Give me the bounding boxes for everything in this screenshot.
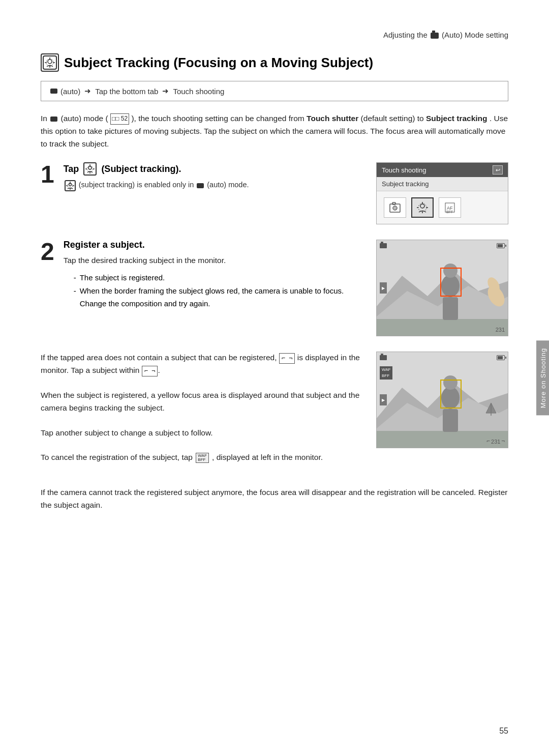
info-para-4-part2: , displayed at left in the monitor. xyxy=(212,453,323,461)
page-header: Adjusting the (Auto) Mode setting xyxy=(41,31,508,39)
nav-box: (auto) ➜ Tap the bottom tab ➜ Touch shoo… xyxy=(41,81,508,101)
page-number: 55 xyxy=(499,726,508,735)
step-1-subtext2: (auto) mode. xyxy=(207,181,249,189)
svg-point-36 xyxy=(441,275,460,297)
info-para-2: When the subject is registered, a yellow… xyxy=(41,389,363,415)
page: Adjusting the (Auto) Mode setting Subjec… xyxy=(0,0,549,756)
subject-tracking-title-icon xyxy=(41,53,59,72)
bullet-2: When the border framing the subject glow… xyxy=(74,284,363,310)
sidebar-tab: More on Shooting xyxy=(536,341,549,416)
svg-point-24 xyxy=(418,203,426,212)
bracket-symbol-1: ⌐ ¬ xyxy=(279,353,295,364)
step-1-icon2 xyxy=(65,180,76,191)
vf-frame-counter: 231 xyxy=(496,327,505,333)
step-1-icon xyxy=(83,162,97,176)
step-2-instruction: Tap the desired tracking subject in the … xyxy=(64,254,363,267)
camera-icon-intro xyxy=(50,117,57,122)
camera-icon-header xyxy=(431,33,439,39)
page-title: Subject Tracking (Focusing on a Moving S… xyxy=(64,55,373,71)
page-footer: 55 xyxy=(499,726,508,736)
viewfinder-1: 231 xyxy=(376,240,508,336)
ts-icon-touch-shutter[interactable] xyxy=(384,197,406,218)
info-text-left: If the tapped area does not contain a su… xyxy=(41,352,363,476)
nav-text3: Touch shooting xyxy=(173,87,224,96)
svg-rect-20 xyxy=(392,202,395,205)
info-para-5: If the camera cannot track the registere… xyxy=(41,486,508,512)
svg-text:BFF: BFF xyxy=(446,210,453,214)
ts-back-icon: ↩ xyxy=(496,167,500,173)
vf2-frame-bracket: ⌐ xyxy=(486,438,490,445)
intro-page-ref: □□ 52 xyxy=(110,113,129,124)
camera-icon-nav xyxy=(50,89,57,94)
svg-point-8 xyxy=(87,166,93,172)
nav-text2: Tap the bottom tab xyxy=(95,87,158,96)
ts-header-label: Touch shooting xyxy=(382,166,426,174)
vf-play-button[interactable] xyxy=(380,282,387,294)
ts-icon-af-area[interactable]: AF BFF xyxy=(439,197,461,218)
vf-battery-fill xyxy=(498,244,503,247)
step-2-heading: Register a subject. xyxy=(64,240,363,250)
vf-battery xyxy=(497,243,505,248)
step-1-heading-prefix: Tap xyxy=(64,164,79,175)
svg-point-21 xyxy=(393,206,397,210)
ts-icon-subject-tracking[interactable] xyxy=(411,197,434,218)
vf-top-left-icons xyxy=(380,243,387,248)
waf-label: WAF BFF xyxy=(380,366,392,379)
info-para-4: To cancel the registration of the subjec… xyxy=(41,451,363,464)
step-1-block: 1 Tap xyxy=(41,162,508,224)
ts-header: Touch shooting ↩ xyxy=(377,163,508,177)
svg-point-46 xyxy=(441,387,460,409)
header-text-prefix: Adjusting the xyxy=(383,31,428,39)
vf-camera-icon xyxy=(380,243,387,248)
vf2-battery xyxy=(497,355,505,360)
nav-text1: (auto) xyxy=(60,87,80,96)
vf2-frame-counter: ⌐ 231 ¬ xyxy=(486,438,505,445)
step-1-subtext: (subject tracking) is enabled only in (a… xyxy=(64,180,363,191)
svg-point-1 xyxy=(48,60,52,64)
vf2-top-right-icons xyxy=(497,355,505,360)
svg-rect-48 xyxy=(443,409,458,432)
viewfinder-2: WAF BFF ⌐ 231 ¬ xyxy=(376,352,508,448)
step-1-heading-suffix: (Subject tracking). xyxy=(101,164,181,175)
svg-rect-35 xyxy=(377,319,508,336)
info-para-1: If the tapped area does not contain a su… xyxy=(41,352,363,377)
waf-icon-inline: WAF BFF xyxy=(196,453,208,463)
svg-point-7 xyxy=(88,166,92,169)
vf2-frame-number: 231 xyxy=(491,439,500,445)
intro-bold1: Touch shutter xyxy=(307,114,358,123)
bracket-symbol-2: ⌐ ¬ xyxy=(142,366,158,376)
info-para-4-part1: To cancel the registration of the subjec… xyxy=(41,453,193,461)
ts-back-button[interactable]: ↩ xyxy=(493,165,503,175)
intro-part4: (default setting) to xyxy=(361,114,426,123)
svg-point-22 xyxy=(394,207,396,209)
vf2-play-button[interactable] xyxy=(380,394,387,405)
svg-point-37 xyxy=(443,264,458,278)
intro-part2: (auto) mode ( xyxy=(61,114,108,123)
step-1-subtext-main: (subject tracking) is enabled only in xyxy=(79,181,194,189)
step-1-heading: Tap xyxy=(64,162,363,176)
nav-arrow1: ➜ xyxy=(84,86,91,96)
step-2-content: Register a subject. Tap the desired trac… xyxy=(64,240,508,336)
camera-icon-step1 xyxy=(197,183,204,188)
nav-arrow2: ➜ xyxy=(162,86,169,96)
bullet-1: The subject is registered. xyxy=(74,271,363,284)
intro-paragraph: In (auto) mode ( □□ 52 ), the touch shoo… xyxy=(41,112,508,150)
ts-icons-row: AF BFF xyxy=(377,191,508,224)
intro-bold2: Subject tracking xyxy=(426,114,487,123)
vf2-camera-icon xyxy=(380,355,387,360)
info-para-3: Tap another subject to change a subject … xyxy=(41,427,363,440)
step-1-number: 1 xyxy=(41,162,54,187)
svg-rect-19 xyxy=(390,204,400,212)
svg-rect-38 xyxy=(443,297,458,320)
step-2-number: 2 xyxy=(41,240,54,264)
svg-point-23 xyxy=(420,204,424,208)
info-section: If the tapped area does not contain a su… xyxy=(41,352,508,476)
svg-point-47 xyxy=(443,375,458,390)
vf2-top-left-icons xyxy=(380,355,387,360)
header-text-suffix: (Auto) Mode setting xyxy=(442,31,508,39)
step-2-block: 2 Register a subject. Tap the desired tr… xyxy=(41,240,508,336)
intro-part3: ), the touch shooting setting can be cha… xyxy=(131,114,304,123)
vf2-frame-bracket-close: ¬ xyxy=(501,438,505,445)
step-2-bullets: The subject is registered. When the bord… xyxy=(74,271,363,310)
intro-part1: In xyxy=(41,114,47,123)
